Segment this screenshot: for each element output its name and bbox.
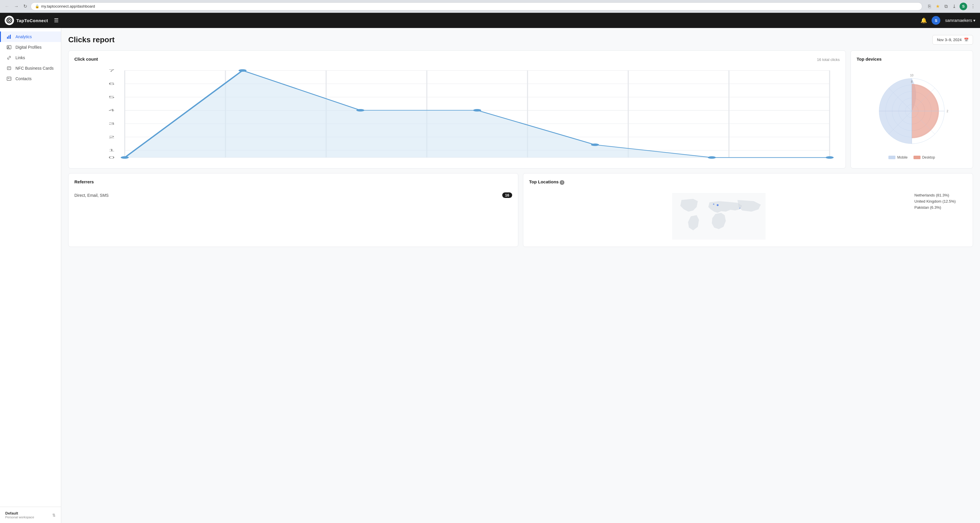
address-bar[interactable]: 🔒 my.taptoconnect.app/dashboard: [30, 2, 922, 11]
location-item-0: Netherlands (81.3%): [915, 193, 967, 197]
browser-user-avatar[interactable]: S: [959, 3, 967, 10]
logo: TapToConnect: [5, 16, 48, 25]
svg-point-42: [356, 109, 364, 112]
date-range-text: Nov 3–9, 2024: [937, 38, 962, 42]
world-map-svg: [529, 193, 908, 240]
click-count-title: Click count: [75, 57, 98, 62]
sidebar-footer[interactable]: Default Personal workspace ⇅: [0, 507, 61, 523]
svg-point-67: [717, 204, 718, 206]
sidebar-item-digital-profiles[interactable]: Digital Profiles: [0, 42, 61, 52]
map-area: [529, 193, 908, 241]
locations-header: Top Locations i: [529, 179, 967, 185]
app-wrapper: TapToConnect ☰ 🔔 S samramaekers ▾: [0, 13, 980, 523]
sidebar-label-digital-profiles: Digital Profiles: [16, 45, 41, 49]
main-area: Analytics Digital Profiles: [0, 28, 980, 523]
svg-rect-5: [10, 35, 11, 39]
workspace-type: Personal workspace: [5, 515, 34, 519]
legend-mobile: Mobile: [888, 156, 907, 159]
svg-point-12: [8, 78, 9, 79]
desktop-color: [913, 156, 921, 159]
sidebar-item-links[interactable]: Links: [0, 52, 61, 63]
forward-button[interactable]: →: [13, 3, 20, 10]
sidebar-label-contacts: Contacts: [16, 76, 32, 81]
click-count-chart: 0 1 2 3 4 5 6 7: [75, 67, 840, 161]
svg-point-43: [473, 109, 481, 112]
svg-point-41: [239, 69, 247, 72]
analytics-icon: [6, 34, 12, 39]
locations-title-group: Top Locations i: [529, 179, 565, 185]
svg-text:1: 1: [108, 148, 115, 152]
svg-rect-8: [7, 67, 11, 70]
svg-text:2: 2: [947, 110, 948, 113]
svg-marker-39: [125, 70, 830, 158]
svg-point-7: [8, 46, 9, 48]
referrers-header: Referrers: [75, 179, 512, 185]
svg-point-45: [708, 156, 716, 159]
svg-text:7: 7: [108, 68, 115, 72]
mobile-color: [888, 156, 896, 159]
locations-title: Top Locations: [529, 179, 558, 184]
click-count-card: Click count 16 total clicks: [68, 51, 846, 169]
top-locations-card: Top Locations i: [523, 173, 973, 247]
radar-legend: Mobile Desktop: [888, 156, 935, 159]
location-item-2: Pakistan (6.3%): [915, 205, 967, 210]
svg-rect-11: [7, 77, 11, 81]
refresh-button[interactable]: ↻: [22, 2, 28, 10]
page-title: Clicks report: [68, 35, 115, 44]
svg-point-69: [740, 208, 741, 209]
page-content: Clicks report Nov 3–9, 2024 📅 Click coun…: [61, 28, 980, 523]
sidebar-item-analytics[interactable]: Analytics: [0, 32, 61, 42]
info-icon[interactable]: i: [560, 180, 565, 185]
menu-icon[interactable]: ⋮: [969, 2, 977, 10]
svg-rect-3: [7, 37, 8, 39]
referrers-card: Referrers Direct, Email, SMS 16: [68, 173, 518, 247]
download-icon[interactable]: ⤓: [951, 2, 957, 10]
sidebar: Analytics Digital Profiles: [0, 28, 61, 523]
chevron-down-icon: ▾: [973, 18, 975, 23]
sidebar-item-nfc[interactable]: NFC Business Cards: [0, 63, 61, 73]
locations-content: Netherlands (81.3%) United Kingdom (12.5…: [529, 190, 967, 241]
svg-point-46: [826, 156, 834, 159]
links-icon: [6, 56, 12, 60]
referrer-label: Direct, Email, SMS: [75, 193, 108, 198]
top-devices-card: Top devices: [851, 51, 973, 169]
top-nav: TapToConnect ☰ 🔔 S samramaekers ▾: [0, 13, 980, 28]
logo-circle: [5, 16, 14, 25]
location-item-1: United Kingdom (12.5%): [915, 199, 967, 203]
svg-rect-4: [8, 36, 10, 39]
radar-svg: 10 8 2: [871, 70, 953, 152]
bookmark-icon[interactable]: ★: [934, 2, 941, 10]
back-button[interactable]: ←: [3, 3, 11, 10]
user-name-dropdown[interactable]: samramaekers ▾: [945, 18, 975, 23]
screenshare-icon[interactable]: ⎘: [927, 3, 932, 10]
svg-point-2: [9, 20, 10, 21]
logo-icon: [6, 17, 13, 24]
date-range-button[interactable]: Nov 3–9, 2024 📅: [932, 35, 973, 45]
svg-text:4: 4: [108, 108, 115, 112]
top-devices-title: Top devices: [857, 57, 882, 62]
svg-text:0: 0: [108, 156, 115, 159]
svg-text:2: 2: [108, 135, 115, 139]
extensions-icon[interactable]: ⧉: [943, 3, 949, 10]
mobile-label: Mobile: [897, 156, 907, 159]
svg-text:8: 8: [911, 80, 913, 83]
hamburger-button[interactable]: ☰: [53, 16, 60, 25]
top-cards-row: Click count 16 total clicks: [68, 51, 973, 169]
workspace-toggle-icon: ⇅: [52, 513, 56, 517]
click-count-total: 16 total clicks: [817, 57, 840, 62]
sidebar-label-analytics: Analytics: [16, 34, 32, 39]
svg-point-44: [591, 143, 599, 146]
svg-text:10: 10: [910, 74, 913, 77]
nav-right: 🔔 S samramaekers ▾: [921, 16, 975, 25]
sidebar-item-contacts[interactable]: Contacts: [0, 73, 61, 84]
click-count-header: Click count 16 total clicks: [75, 57, 840, 63]
sidebar-label-nfc: NFC Business Cards: [16, 66, 54, 70]
notifications-button[interactable]: 🔔: [921, 17, 927, 24]
contacts-icon: [6, 76, 12, 81]
radar-chart-container: 10 8 2 Mobile Desktop: [857, 67, 967, 162]
top-devices-header: Top devices: [857, 57, 967, 63]
locations-list: Netherlands (81.3%) United Kingdom (12.5…: [915, 193, 967, 211]
svg-point-40: [121, 156, 129, 159]
workspace-info: Default Personal workspace: [5, 511, 34, 519]
calendar-icon: 📅: [964, 38, 969, 42]
